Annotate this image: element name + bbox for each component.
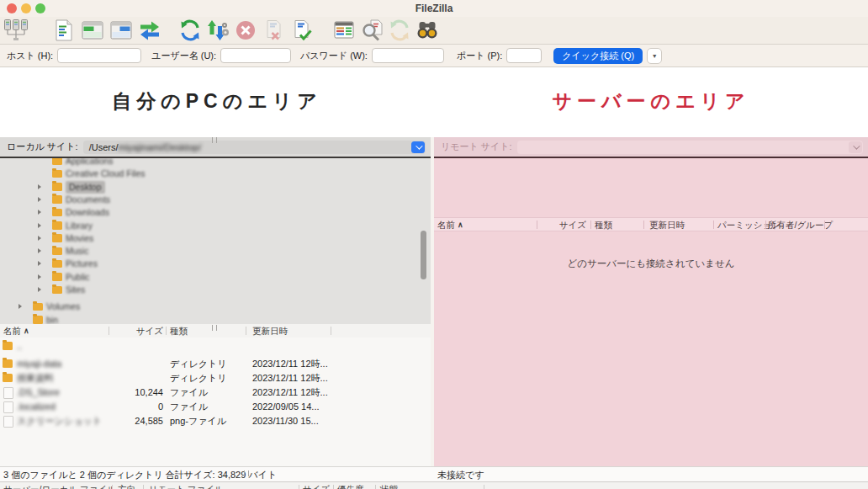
local-pane: ローカル サイト: /Users/miyajinami/Desktop/ App… <box>0 137 431 466</box>
column-header-3[interactable]: 更新日時 <box>252 324 288 338</box>
column-header-1[interactable]: サイズ <box>539 218 586 231</box>
local-list-header: 名前サイズ種類更新日時∧ <box>0 324 431 338</box>
chevron-right-icon[interactable] <box>38 184 41 189</box>
disconnect-button[interactable] <box>262 19 285 42</box>
column-header-5[interactable]: 所有者/グループ <box>768 218 833 231</box>
tree-item-label: Volumes <box>46 300 80 313</box>
toggle-remote-tree-button[interactable] <box>109 19 133 42</box>
synchronized-browsing-icon <box>388 19 411 42</box>
column-divider[interactable] <box>166 327 167 335</box>
chevron-right-icon[interactable] <box>38 236 41 241</box>
column-divider[interactable] <box>143 485 144 489</box>
cancel-button[interactable] <box>234 19 257 42</box>
username-input[interactable] <box>220 48 291 63</box>
tree-item-creative-cloud-files[interactable]: Creative Cloud Files <box>0 167 431 180</box>
column-header-3[interactable]: 更新日時 <box>649 218 685 231</box>
splitter-grip[interactable] <box>244 470 249 476</box>
refresh-button[interactable] <box>178 19 202 42</box>
column-header-0[interactable]: 名前 <box>437 218 455 231</box>
file-row[interactable]: 授業資料ディレクトリ2023/12/11 12時... <box>0 371 431 385</box>
remote-status-text: 未接続です <box>437 469 484 481</box>
tree-item-public[interactable]: Public <box>0 271 431 284</box>
find-files-button[interactable] <box>415 19 439 42</box>
directory-comparison-button[interactable] <box>332 19 356 42</box>
column-header-0[interactable]: 名前 <box>3 324 21 338</box>
column-divider[interactable] <box>590 221 591 229</box>
quickconnect-dropdown-button[interactable]: ▼ <box>647 48 662 64</box>
column-divider[interactable] <box>537 221 537 229</box>
file-row[interactable]: .DS_Store10,244ファイル2023/12/11 12時... <box>0 385 431 399</box>
tree-item-label: Pictures <box>66 258 98 270</box>
toggle-processing-queue-button[interactable] <box>206 19 230 42</box>
chevron-right-icon[interactable] <box>38 197 41 202</box>
tree-item-applications[interactable]: Applications <box>0 158 431 167</box>
column-header-5[interactable]: 状態 <box>380 484 398 489</box>
toggle-message-log-button[interactable] <box>52 19 76 42</box>
column-divider[interactable] <box>246 327 246 335</box>
column-header-2[interactable]: 種類 <box>170 324 188 338</box>
chevron-right-icon[interactable] <box>19 304 22 309</box>
column-header-2[interactable]: 種類 <box>595 218 612 231</box>
remote-site-combobox <box>517 141 863 154</box>
tree-item-movies[interactable]: Movies <box>0 232 431 245</box>
tree-item-library[interactable]: Library <box>0 220 431 232</box>
chevron-right-icon[interactable] <box>38 248 41 253</box>
file-row[interactable]: スクリーンショット 202...24,585png-ファイル2023/11/30… <box>0 414 431 428</box>
tree-item-label: Applications <box>66 158 114 167</box>
splitter-grip[interactable] <box>212 325 217 331</box>
reconnect-button[interactable] <box>289 19 313 42</box>
tree-item-music[interactable]: Music <box>0 245 431 258</box>
tree-item-bin[interactable]: bin <box>0 314 431 324</box>
toggle-transfer-queue-button[interactable] <box>138 19 161 42</box>
column-header-0[interactable]: サーバー/ローカル ファイル <box>3 484 116 489</box>
chevron-down-icon[interactable] <box>411 141 425 153</box>
column-divider[interactable] <box>108 327 109 335</box>
port-input[interactable] <box>506 48 542 63</box>
column-divider[interactable] <box>299 485 299 489</box>
column-divider[interactable] <box>713 221 714 229</box>
column-divider[interactable] <box>643 221 644 229</box>
synchronized-browsing-button[interactable] <box>388 19 411 42</box>
local-site-combobox[interactable]: /Users/miyajinami/Desktop/ <box>83 141 426 154</box>
password-input[interactable] <box>372 48 444 63</box>
chevron-right-icon[interactable] <box>38 261 41 266</box>
splitter-grip[interactable] <box>212 137 217 143</box>
column-divider[interactable] <box>484 485 484 489</box>
column-header-1[interactable]: サイズ <box>111 324 163 338</box>
refresh-icon <box>178 19 202 42</box>
column-header-3[interactable]: サイズ <box>294 484 330 489</box>
chevron-right-icon[interactable] <box>38 210 41 215</box>
tree-item-desktop[interactable]: Desktop <box>0 181 431 194</box>
toggle-local-tree-button[interactable] <box>81 19 104 42</box>
folder-icon <box>52 209 62 217</box>
column-header-2[interactable]: リモート ファイル <box>149 484 224 489</box>
column-divider[interactable] <box>333 485 334 489</box>
tree-item-sites[interactable]: Sites <box>0 284 431 296</box>
tree-item-label: Downloads <box>66 206 109 219</box>
column-header-1[interactable]: 方向 <box>118 484 135 489</box>
file-row[interactable]: miyaji-dataディレクトリ2023/12/11 12時... <box>0 357 431 370</box>
folder-icon <box>52 273 62 281</box>
tree-item-pictures[interactable]: Pictures <box>0 258 431 270</box>
chevron-right-icon[interactable] <box>38 223 41 228</box>
column-divider[interactable] <box>375 485 376 489</box>
column-divider[interactable] <box>765 221 766 229</box>
remote-tree-icon <box>109 19 133 42</box>
file-row[interactable]: .localized0ファイル2022/09/05 14... <box>0 400 431 413</box>
quickconnect-button[interactable]: クイック接続 (Q) <box>553 48 643 64</box>
file-row[interactable]: .. <box>0 339 431 353</box>
host-input[interactable] <box>57 48 141 63</box>
column-divider[interactable] <box>824 221 825 229</box>
column-divider[interactable] <box>331 327 331 335</box>
tree-item-downloads[interactable]: Downloads <box>0 206 431 219</box>
chevron-right-icon[interactable] <box>38 274 41 279</box>
tree-item-documents[interactable]: Documents <box>0 194 431 206</box>
column-divider[interactable] <box>112 485 113 489</box>
column-header-4[interactable]: 優先度 <box>337 484 364 489</box>
tree-item-volumes[interactable]: Volumes <box>0 300 431 313</box>
local-status-text: 3 個のファイルと 2 個のディレクトリ 合計サイズ: 34,829 バイト <box>3 469 277 481</box>
filename-filters-button[interactable] <box>360 19 384 42</box>
tree-item-label: Documents <box>66 194 110 206</box>
site-manager-button[interactable] <box>3 19 29 42</box>
chevron-right-icon[interactable] <box>38 287 41 292</box>
